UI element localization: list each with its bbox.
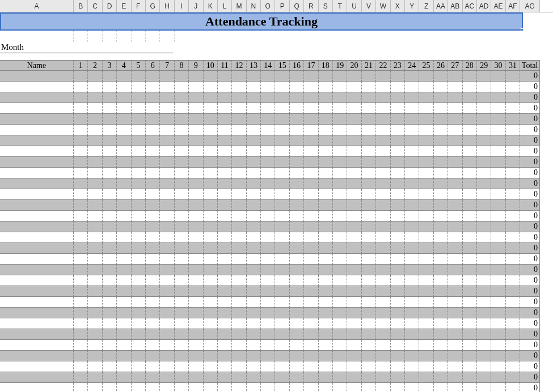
- day-cell[interactable]: [218, 351, 232, 361]
- day-cell[interactable]: [463, 114, 477, 125]
- day-cell[interactable]: [175, 71, 189, 82]
- day-cell[interactable]: [232, 329, 246, 340]
- day-cell[interactable]: [434, 275, 448, 286]
- day-cell[interactable]: [204, 243, 218, 254]
- column-header[interactable]: B: [74, 0, 88, 12]
- day-cell[interactable]: [362, 135, 376, 146]
- total-cell[interactable]: 0: [520, 308, 540, 318]
- day-cell[interactable]: [247, 275, 261, 286]
- day-cell[interactable]: [304, 340, 318, 351]
- day-cell[interactable]: [146, 265, 160, 275]
- day-cell[interactable]: [319, 297, 333, 308]
- day-cell[interactable]: [204, 308, 218, 318]
- day-cell[interactable]: [434, 178, 448, 189]
- day-cell[interactable]: [448, 340, 462, 351]
- day-cell[interactable]: [391, 351, 405, 361]
- day-cell[interactable]: [333, 275, 347, 286]
- day-cell[interactable]: [333, 71, 347, 82]
- name-cell[interactable]: [0, 211, 74, 221]
- day-cell[interactable]: [88, 340, 102, 351]
- day-cell[interactable]: [506, 329, 520, 340]
- day-cell[interactable]: [347, 92, 361, 103]
- day-cell[interactable]: [362, 286, 376, 297]
- day-cell[interactable]: [362, 308, 376, 318]
- day-header[interactable]: 31: [506, 60, 520, 71]
- day-cell[interactable]: [304, 157, 318, 168]
- day-cell[interactable]: [391, 297, 405, 308]
- day-cell[interactable]: [376, 135, 390, 146]
- day-cell[interactable]: [189, 114, 203, 125]
- day-header[interactable]: 5: [132, 60, 146, 71]
- day-cell[interactable]: [175, 308, 189, 318]
- day-cell[interactable]: [419, 178, 433, 189]
- day-cell[interactable]: [218, 178, 232, 189]
- day-cell[interactable]: [132, 168, 146, 178]
- day-cell[interactable]: [290, 135, 304, 146]
- day-cell[interactable]: [448, 351, 462, 361]
- day-cell[interactable]: [218, 200, 232, 211]
- day-cell[interactable]: [218, 92, 232, 103]
- day-cell[interactable]: [204, 265, 218, 275]
- column-header[interactable]: AA: [434, 0, 448, 12]
- day-cell[interactable]: [117, 103, 131, 114]
- day-cell[interactable]: [506, 114, 520, 125]
- day-cell[interactable]: [132, 103, 146, 114]
- day-cell[interactable]: [232, 340, 246, 351]
- day-cell[interactable]: [477, 135, 491, 146]
- column-header[interactable]: D: [103, 0, 117, 12]
- day-cell[interactable]: [261, 189, 275, 200]
- day-cell[interactable]: [117, 200, 131, 211]
- day-cell[interactable]: [275, 103, 289, 114]
- day-cell[interactable]: [247, 372, 261, 383]
- day-cell[interactable]: [333, 125, 347, 135]
- day-cell[interactable]: [189, 232, 203, 243]
- day-cell[interactable]: [347, 232, 361, 243]
- day-cell[interactable]: [232, 297, 246, 308]
- day-cell[interactable]: [232, 308, 246, 318]
- day-cell[interactable]: [362, 351, 376, 361]
- total-cell[interactable]: 0: [520, 114, 540, 125]
- day-cell[interactable]: [74, 200, 88, 211]
- column-header[interactable]: X: [391, 0, 405, 12]
- day-cell[interactable]: [88, 178, 102, 189]
- day-cell[interactable]: [218, 318, 232, 329]
- day-cell[interactable]: [376, 351, 390, 361]
- day-cell[interactable]: [103, 383, 117, 392]
- day-cell[interactable]: [491, 297, 505, 308]
- day-cell[interactable]: [319, 200, 333, 211]
- day-cell[interactable]: [463, 168, 477, 178]
- day-cell[interactable]: [247, 168, 261, 178]
- day-cell[interactable]: [405, 200, 419, 211]
- day-cell[interactable]: [391, 265, 405, 275]
- day-cell[interactable]: [333, 157, 347, 168]
- day-cell[interactable]: [491, 103, 505, 114]
- day-cell[interactable]: [506, 103, 520, 114]
- day-cell[interactable]: [347, 135, 361, 146]
- day-cell[interactable]: [463, 157, 477, 168]
- day-cell[interactable]: [463, 297, 477, 308]
- day-cell[interactable]: [204, 189, 218, 200]
- day-cell[interactable]: [275, 135, 289, 146]
- day-cell[interactable]: [117, 146, 131, 157]
- day-cell[interactable]: [132, 178, 146, 189]
- day-cell[interactable]: [491, 82, 505, 92]
- day-cell[interactable]: [160, 318, 174, 329]
- day-cell[interactable]: [477, 361, 491, 372]
- day-cell[interactable]: [232, 82, 246, 92]
- name-cell[interactable]: [0, 92, 74, 103]
- day-cell[interactable]: [434, 103, 448, 114]
- day-cell[interactable]: [103, 71, 117, 82]
- day-cell[interactable]: [347, 254, 361, 265]
- day-cell[interactable]: [391, 329, 405, 340]
- day-cell[interactable]: [261, 157, 275, 168]
- day-cell[interactable]: [74, 114, 88, 125]
- day-cell[interactable]: [304, 286, 318, 297]
- column-header[interactable]: N: [247, 0, 261, 12]
- day-cell[interactable]: [376, 286, 390, 297]
- day-cell[interactable]: [347, 146, 361, 157]
- day-cell[interactable]: [477, 211, 491, 221]
- day-cell[interactable]: [132, 221, 146, 232]
- day-cell[interactable]: [275, 157, 289, 168]
- name-cell[interactable]: [0, 243, 74, 254]
- day-cell[interactable]: [218, 254, 232, 265]
